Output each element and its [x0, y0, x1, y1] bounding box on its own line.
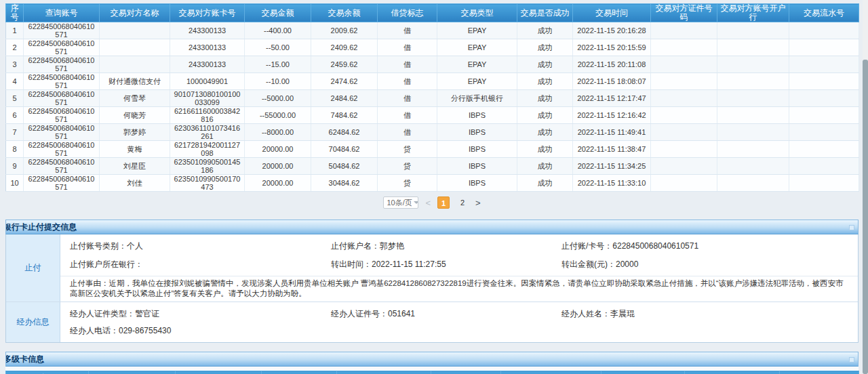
stop-payment-fields: 止付账号类别：个人止付账户名：郭梦艳止付账/卡号：622845006804061… [60, 234, 858, 276]
pagination: 10条/页 < 1 2 > [5, 195, 859, 210]
transaction-cell: 2474.62 [311, 73, 378, 90]
transaction-cell [717, 107, 789, 124]
next-page-button[interactable]: > [475, 198, 481, 208]
field-pair: 转出时间：2022-11-15 11:27:55 [331, 259, 561, 270]
transaction-cell: EPAY [437, 73, 517, 90]
transaction-cell: 2022-11-15 11:38:47 [573, 141, 651, 158]
transaction-cell: 10 [6, 175, 24, 192]
chevron-down-icon [414, 201, 419, 204]
page-content: 序号查询账号交易对方名称交易对方账卡号交易金额交易余额借贷标志交易类型交易是否成… [5, 3, 859, 374]
page-size-select[interactable]: 10条/页 [383, 196, 418, 209]
field-pair: 经办人证件号：051641 [331, 308, 561, 320]
transaction-cell: 5 [6, 90, 24, 107]
transaction-cell: 2022-11-15 20:15:59 [573, 39, 651, 56]
transaction-cell: 成功 [517, 22, 573, 39]
transaction-cell: 6228450068040610571 [24, 141, 100, 158]
transaction-cell [651, 56, 717, 73]
transaction-cell: 2022-11-15 11:49:41 [573, 124, 651, 141]
handler-info-row: 经办信息 经办人证件类型：警官证经办人证件号：051641经办人姓名：李晨琨 经… [6, 302, 858, 342]
transaction-cell: 6228450068040610571 [24, 73, 100, 90]
transaction-cell: 2022-11-15 11:34:25 [573, 158, 651, 175]
multicard-column-header: 录入单位 [685, 371, 780, 374]
transaction-cell: 2009.62 [311, 22, 378, 39]
transaction-cell: IBPS [437, 141, 517, 158]
table-row[interactable]: 86228450068040610571黄梅621728194200112709… [6, 141, 859, 158]
table-row[interactable]: 96228450068040610571刘星臣62350109905001451… [6, 158, 859, 175]
transaction-cell: 2022-11-15 11:33:10 [573, 175, 651, 192]
page-number-2[interactable]: 2 [456, 196, 469, 209]
transaction-cell: 2022-11-15 20:16:28 [573, 22, 651, 39]
table-row[interactable]: 46228450068040610571财付通微信支付1000049901--1… [6, 73, 859, 90]
transaction-cell: 借 [378, 22, 437, 39]
transaction-cell: 1 [6, 22, 24, 39]
transaction-cell [789, 141, 859, 158]
transaction-cell [717, 39, 789, 56]
transaction-cell [651, 73, 717, 90]
vertical-scrollbar-thumb[interactable] [863, 60, 868, 374]
transaction-cell: 6235010990500170473 [170, 175, 245, 192]
multicard-section: 多级卡信息 序号级别止付类型所属机构账号余额止付结果录入人录入单位录入时间 1一… [5, 352, 859, 374]
transaction-cell: 财付通微信支付 [100, 73, 170, 90]
transaction-cell: 2409.62 [311, 39, 378, 56]
transaction-cell [789, 124, 859, 141]
transaction-cell: 成功 [517, 124, 573, 141]
transaction-cell: 成功 [517, 107, 573, 124]
multicard-column-header: 序号 [6, 371, 89, 374]
section-title: 多级卡信息 [5, 352, 44, 367]
multicard-column-header: 录入人 [601, 371, 685, 374]
multicard-table-header-row: 序号级别止付类型所属机构账号余额止付结果录入人录入单位录入时间 [6, 371, 859, 374]
vertical-scrollbar-track[interactable] [863, 0, 868, 374]
transaction-cell: IBPS [437, 175, 517, 192]
transaction-cell [651, 90, 717, 107]
transaction-cell: --5000.00 [245, 90, 311, 107]
transaction-cell: 6228450068040610571 [24, 39, 100, 56]
transaction-cell: 6 [6, 107, 24, 124]
field-pair: 止付账号类别：个人 [70, 241, 331, 252]
table-row[interactable]: 16228450068040610571243300133--400.00200… [6, 22, 859, 39]
transaction-cell: IBPS [437, 107, 517, 124]
collapse-icon[interactable] [849, 225, 854, 230]
transaction-cell: 4 [6, 73, 24, 90]
transaction-cell [651, 175, 717, 192]
transaction-cell: 6228450068040610571 [24, 56, 100, 73]
transaction-cell: 成功 [517, 73, 573, 90]
transaction-cell: 2022-11-15 12:16:42 [573, 107, 651, 124]
transaction-cell: 6228450068040610571 [24, 158, 100, 175]
transactions-column-header: 交易对方证件号码 [651, 4, 717, 22]
transactions-column-header: 交易类型 [437, 4, 517, 22]
collapse-icon[interactable] [849, 357, 854, 362]
table-row[interactable]: 56228450068040610571何雪琴90107130801001000… [6, 90, 859, 107]
stop-payment-content: 止付账号类别：个人止付账户名：郭梦艳止付账/卡号：622845006804061… [60, 234, 858, 302]
field-pair: 经办人姓名：李晨琨 [561, 308, 858, 320]
stop-payment-section-header: 银行卡止付提交信息 [5, 220, 859, 234]
multicard-section-header: 多级卡信息 [5, 352, 859, 367]
table-row[interactable]: 66228450068040610571何晓芳62166116000038428… [6, 107, 859, 124]
page-number-1[interactable]: 1 [437, 196, 450, 209]
transaction-cell: 借 [378, 124, 437, 141]
transaction-cell: 3 [6, 56, 24, 73]
stop-payment-body: 止付 止付账号类别：个人止付账户名：郭梦艳止付账/卡号：622845006804… [5, 234, 859, 343]
page-size-label: 10条/页 [387, 198, 412, 208]
transaction-cell: 贷 [378, 158, 437, 175]
transaction-cell: 20000.00 [245, 158, 311, 175]
prev-page-button[interactable]: < [425, 198, 431, 208]
table-row[interactable]: 106228450068040610571刘佳62350109905001704… [6, 175, 859, 192]
transaction-cell: EPAY [437, 22, 517, 39]
transaction-cell: 6228450068040610571 [24, 90, 100, 107]
transaction-cell [651, 141, 717, 158]
stop-payment-row: 止付 止付账号类别：个人止付账户名：郭梦艳止付账/卡号：622845006804… [6, 234, 858, 302]
multicard-column-header: 所属机构 [262, 371, 337, 374]
table-row[interactable]: 36228450068040610571243300133--15.002459… [6, 56, 859, 73]
transaction-cell [651, 158, 717, 175]
transaction-cell: 借 [378, 107, 437, 124]
transaction-cell: 何雪琴 [100, 90, 170, 107]
transaction-cell: 243300133 [170, 56, 245, 73]
transaction-cell: 成功 [517, 39, 573, 56]
transaction-cell: 借 [378, 56, 437, 73]
table-row[interactable]: 26228450068040610571243300133--50.002409… [6, 39, 859, 56]
field-pair: 经办人电话：029-86755430 [70, 325, 331, 337]
transaction-cell: 70484.62 [311, 141, 378, 158]
transaction-cell: 6228450068040610571 [24, 22, 100, 39]
table-row[interactable]: 76228450068040610571郭梦婷62303611010734162… [6, 124, 859, 141]
transaction-cell: 20000.00 [245, 141, 311, 158]
